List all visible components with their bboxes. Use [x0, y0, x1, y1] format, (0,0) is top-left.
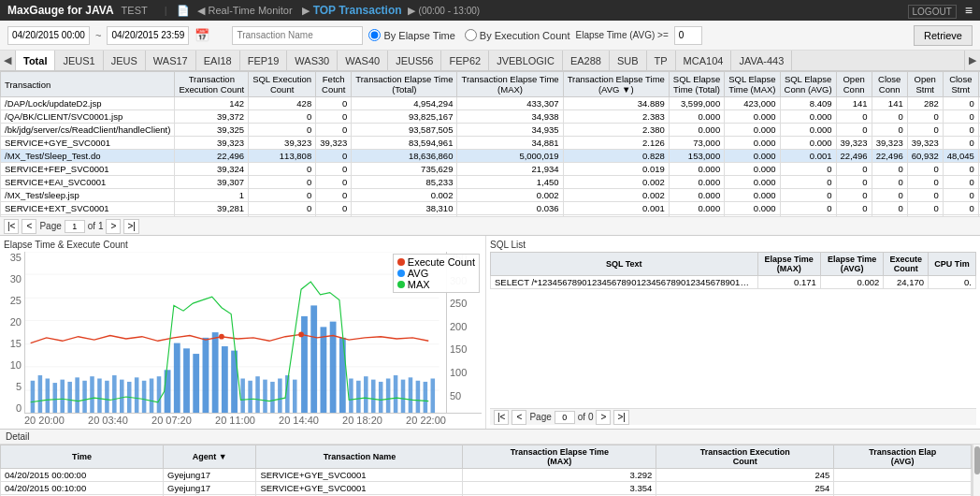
logout-button[interactable]: LOGOUT: [908, 5, 957, 19]
table-row[interactable]: /MX_Test/Sleep_Test.do 22,496 113,808 0 …: [1, 150, 981, 163]
sql-th-elapse-avg: Elapse Time(AVG): [820, 253, 883, 276]
tx-name: /MX_Test/Sleep_Test.do: [1, 150, 175, 163]
tab-jeus56[interactable]: JEUS56: [388, 51, 441, 71]
elapse-value-input[interactable]: [674, 26, 702, 45]
main-table: Transaction TransactionExecution Count S…: [0, 71, 980, 216]
tab-fep19[interactable]: FEP19: [240, 51, 288, 71]
first-page-btn[interactable]: |<: [4, 219, 19, 234]
tab-was17[interactable]: WAS17: [146, 51, 196, 71]
svg-rect-11: [53, 383, 58, 413]
legend-execute: Execute Count: [397, 256, 475, 268]
legend-execute-label: Execute Count: [408, 256, 475, 268]
svg-rect-54: [401, 380, 406, 414]
page-label: Page: [39, 221, 61, 231]
legend-max: MAX: [397, 279, 475, 290]
tx-name-input[interactable]: [232, 26, 363, 45]
sql-page-input[interactable]: [555, 411, 575, 424]
sql-th-elapse-max: Elapse Time(MAX): [757, 253, 820, 276]
detail-elapse-avg: [834, 482, 972, 495]
detail-elapse-max: 3.354: [463, 482, 656, 495]
tab-jveblogic[interactable]: JVEBLOGIC: [489, 51, 563, 71]
radio-elapse[interactable]: [368, 29, 381, 41]
th-exec-count: TransactionExecution Count: [175, 72, 249, 97]
svg-rect-35: [248, 381, 252, 413]
table-row[interactable]: SERVICE+FEP_SVC0001 39,324 0 0 735,629 2…: [1, 163, 981, 176]
table-row[interactable]: SERVICE+GYE_SVC0001 39,323 39,323 39,323…: [1, 137, 981, 150]
sql-last-page-btn[interactable]: >|: [613, 410, 628, 425]
svg-rect-24: [150, 378, 154, 413]
table-row[interactable]: SERVICE+EXT_SVC0001 39,281 0 0 38,310 0.…: [1, 202, 981, 215]
svg-rect-34: [240, 378, 245, 413]
table-row[interactable]: /DAP/Lock/updateD2.jsp 142 428 0 4,954,2…: [1, 97, 981, 110]
next-page-btn[interactable]: >: [106, 219, 121, 234]
legend-max-label: MAX: [408, 279, 430, 290]
menu-icon[interactable]: ≡: [965, 3, 973, 18]
detail-th-agent: Agent ▼: [164, 445, 256, 469]
sql-next-page-btn[interactable]: >: [596, 410, 611, 425]
scrollbar-thumb[interactable]: [974, 446, 980, 474]
sql-first-page-btn[interactable]: |<: [494, 410, 509, 425]
tab-mca104[interactable]: MCA104: [676, 51, 732, 71]
table-row[interactable]: /QA/BK/CLIENT/SVC0001.jsp 39,372 0 0 93,…: [1, 110, 981, 124]
tab-jeus[interactable]: JEUS: [104, 51, 146, 71]
calendar-icon[interactable]: 📅: [195, 28, 209, 42]
table-row[interactable]: /MX_Test/sleep.jsp 1 0 0 0.002 0.002 0.0…: [1, 189, 981, 202]
sql-list-title: SQL List: [490, 240, 976, 250]
tab-java443[interactable]: JAVA-443: [731, 51, 792, 71]
forward-icon: ▶: [298, 5, 313, 17]
svg-rect-22: [135, 377, 139, 413]
toolbar: ~ 📅 By Elapse Time By Execution Count El…: [0, 21, 980, 51]
last-page-btn[interactable]: >|: [123, 219, 138, 234]
svg-rect-55: [409, 377, 413, 413]
tab-tp[interactable]: TP: [647, 51, 676, 71]
table-row[interactable]: SERVICE+EAI_SVC0001 39,307 0 0 85,233 1,…: [1, 176, 981, 189]
tab-was30[interactable]: WAS30: [287, 51, 338, 71]
tab-was40[interactable]: WAS40: [338, 51, 388, 71]
date-from-input[interactable]: [7, 26, 90, 45]
retrieve-button[interactable]: Retrieve: [914, 25, 973, 46]
tab-ea288[interactable]: EA288: [563, 51, 610, 71]
th-sql-elapse-max: SQL ElapseTime (MAX): [725, 72, 780, 97]
prev-page-btn[interactable]: <: [22, 219, 36, 234]
page-icon[interactable]: 📄: [173, 5, 194, 17]
svg-rect-52: [386, 378, 391, 413]
tab-nav-right-icon[interactable]: ▶: [964, 51, 980, 71]
date-to-input[interactable]: [107, 26, 189, 45]
svg-rect-9: [38, 375, 43, 413]
radio-exec-label[interactable]: By Execution Count: [465, 29, 570, 41]
sql-table-row[interactable]: SELECT /*1234567890123456789012345678901…: [491, 276, 976, 289]
th-open-stmt: OpenStmt: [907, 72, 943, 97]
sql-of-label: of 0: [578, 412, 594, 422]
detail-agent: Gyejung17: [164, 482, 256, 495]
detail-content: Time Agent ▼ Transaction Name Transactio…: [0, 445, 980, 496]
tab-fep62[interactable]: FEP62: [441, 51, 489, 71]
back-icon[interactable]: ◀: [194, 5, 209, 17]
detail-th-time: Time: [1, 445, 164, 469]
svg-rect-8: [31, 381, 36, 413]
tab-total[interactable]: Total: [16, 51, 55, 71]
tx-name: SERVICE+EAI_SVC0001: [1, 176, 175, 189]
th-close-stmt: CloseStmt: [943, 72, 978, 97]
svg-point-60: [298, 332, 304, 338]
tx-name: SERVICE+EXT_SVC0001: [1, 202, 175, 215]
detail-row[interactable]: 04/20/2015 00:10:00 Gyejung17 SERVICE+GY…: [1, 482, 972, 495]
detail-row[interactable]: 04/20/2015 00:00:00 Gyejung17 SERVICE+GY…: [1, 469, 972, 482]
radio-elapse-label[interactable]: By Elapse Time: [368, 29, 454, 41]
detail-time: 04/20/2015 00:00:00: [1, 469, 164, 482]
detail-scrollbar[interactable]: [973, 445, 980, 496]
sql-prev-page-btn[interactable]: <: [512, 410, 526, 425]
page-number-input[interactable]: [65, 220, 85, 233]
tab-eai18[interactable]: EAI18: [196, 51, 240, 71]
detail-th-elapse-max: Transaction Elapse Time(MAX): [463, 445, 656, 469]
tab-jeus1[interactable]: JEUS1: [55, 51, 103, 71]
svg-rect-38: [270, 382, 275, 413]
tab-sub[interactable]: SUB: [610, 51, 647, 71]
table-row[interactable]: /bk/jdg/server/cs/ReadClient/handleClien…: [1, 124, 981, 137]
header: MaxGauge for JAVA TEST | 📄 ◀ Real-Time M…: [0, 0, 980, 21]
sql-list: SQL List SQL Text Elapse Time(MAX) Elaps…: [486, 236, 980, 429]
tab-nav-left-icon[interactable]: ◀: [0, 51, 16, 71]
th-elapse-total: Transaction Elapse Time(Total): [352, 72, 457, 97]
sql-th-text: SQL Text: [491, 253, 758, 276]
svg-rect-47: [349, 378, 353, 413]
radio-exec[interactable]: [465, 29, 477, 41]
